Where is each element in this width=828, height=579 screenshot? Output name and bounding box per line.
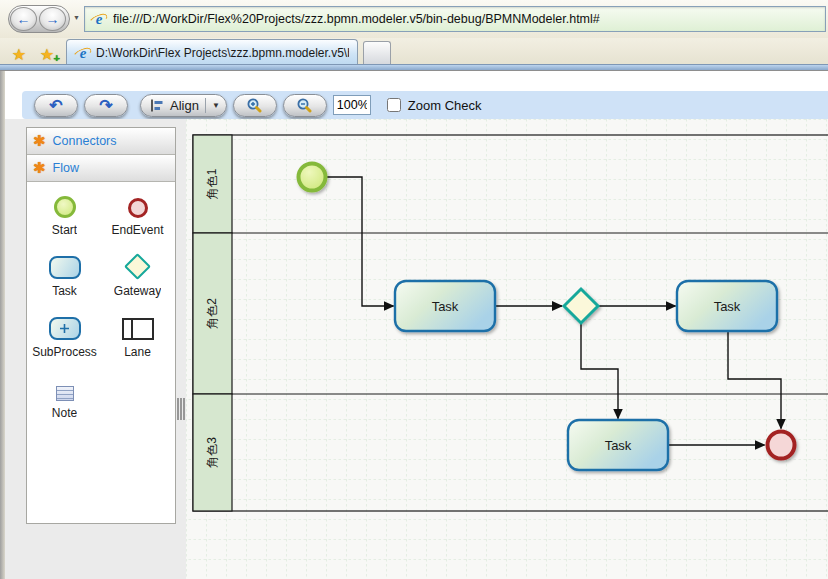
start-event-icon xyxy=(54,196,76,218)
forward-button[interactable]: → xyxy=(39,7,66,31)
app-content: ↶ ↷ Align ▼ xyxy=(0,70,828,579)
zoom-check-label: Zoom Check xyxy=(408,98,482,113)
palette-items: Start EndEvent Task Gateway xyxy=(27,182,175,429)
palette-item-label: Start xyxy=(52,223,77,237)
palette-item-label: EndEvent xyxy=(111,223,163,237)
zoom-out-icon xyxy=(296,97,313,113)
plus-icon: + xyxy=(54,52,60,64)
zoom-out-button[interactable] xyxy=(283,94,327,117)
subprocess-icon xyxy=(49,317,81,340)
redo-button[interactable]: ↷ xyxy=(84,94,128,117)
palette-item-lane[interactable]: Lane xyxy=(101,313,174,359)
app-toolbar: ↶ ↷ Align ▼ xyxy=(22,91,828,119)
accordion-section-connectors[interactable]: ✱ Connectors xyxy=(27,128,175,155)
address-bar[interactable]: e file:///D:/WorkDir/Flex%20Projects/zzz… xyxy=(84,6,826,32)
new-tab-button[interactable] xyxy=(363,41,391,65)
align-label: Align xyxy=(170,98,199,113)
palette-item-label: Gateway xyxy=(114,284,161,298)
align-dropdown-icon[interactable]: ▼ xyxy=(212,101,220,110)
redo-icon: ↷ xyxy=(99,96,112,115)
ie-page-icon: e xyxy=(91,11,107,27)
section-label: Flow xyxy=(53,161,79,175)
browser-navigation-bar: ← → ▼ e file:///D:/WorkDir/Flex%20Projec… xyxy=(0,0,828,38)
gateway-icon xyxy=(124,253,151,280)
end-event-node[interactable] xyxy=(768,432,795,459)
zoom-check-checkbox[interactable] xyxy=(387,98,401,112)
button-divider xyxy=(205,98,206,113)
section-label: Connectors xyxy=(53,134,117,148)
browser-tab[interactable]: e D:\WorkDir\Flex Projects\zzz.bpmn.mode… xyxy=(66,39,358,65)
asterisk-icon: ✱ xyxy=(33,159,46,177)
undo-icon: ↶ xyxy=(49,96,62,115)
star-icon: ★ xyxy=(12,46,26,63)
recent-pages-dropdown-icon[interactable]: ▼ xyxy=(73,14,80,21)
align-icon xyxy=(150,99,164,112)
note-icon xyxy=(56,386,74,401)
diagram-canvas[interactable]: 角色1 角色2 角色3 xyxy=(186,119,828,579)
panel-resize-grip[interactable] xyxy=(177,398,186,420)
palette-item-task[interactable]: Task xyxy=(28,252,101,298)
task2-label: Task xyxy=(714,299,741,314)
star-plus-icon: ★ xyxy=(40,46,54,63)
url-text: file:///D:/WorkDir/Flex%20Projects/zzz.b… xyxy=(113,12,600,26)
workspace: ✱ Connectors ✱ Flow Start EndEvent xyxy=(5,119,828,579)
forward-arrow-icon: → xyxy=(46,11,60,27)
palette-item-gateway[interactable]: Gateway xyxy=(101,252,174,298)
undo-button[interactable]: ↶ xyxy=(34,94,78,117)
zoom-in-button[interactable] xyxy=(233,94,277,117)
palette-item-label: Task xyxy=(52,284,77,298)
task1-label: Task xyxy=(432,299,459,314)
zoom-level-input[interactable] xyxy=(333,95,371,115)
palette-item-endevent[interactable]: EndEvent xyxy=(101,191,174,237)
palette-item-label: Note xyxy=(52,406,77,420)
lane-label-3: 角色3 xyxy=(205,437,219,469)
accordion-section-flow[interactable]: ✱ Flow xyxy=(27,155,175,182)
palette-item-start[interactable]: Start xyxy=(28,191,101,237)
back-arrow-icon: ← xyxy=(17,11,31,27)
align-button[interactable]: Align ▼ xyxy=(140,94,227,117)
back-button[interactable]: ← xyxy=(10,7,37,31)
task3-label: Task xyxy=(605,438,632,453)
browser-window: ← → ▼ e file:///D:/WorkDir/Flex%20Projec… xyxy=(0,0,828,579)
nav-button-group: ← → xyxy=(8,5,70,33)
tab-favicon: e xyxy=(75,45,91,61)
tab-title: D:\WorkDir\Flex Projects\zzz.bpmn.modele… xyxy=(96,46,349,60)
palette-panel: ✱ Connectors ✱ Flow Start EndEvent xyxy=(26,127,176,524)
lane-label-2: 角色2 xyxy=(205,298,219,330)
add-favorite-button[interactable]: ★+ xyxy=(34,42,60,66)
asterisk-icon: ✱ xyxy=(33,132,46,150)
lane-icon xyxy=(122,318,154,340)
start-event-node[interactable] xyxy=(299,164,326,191)
palette-item-note[interactable]: Note xyxy=(28,374,101,420)
palette-item-label: Lane xyxy=(124,345,151,359)
zoom-in-icon xyxy=(246,97,263,113)
palette-item-label: SubProcess xyxy=(32,345,97,359)
task-icon xyxy=(49,256,81,279)
favorites-center-button[interactable]: ★ xyxy=(6,42,32,66)
palette-item-subprocess[interactable]: SubProcess xyxy=(28,313,101,359)
lane-label-1: 角色1 xyxy=(205,168,219,200)
canvas-grid xyxy=(186,119,828,579)
end-event-icon xyxy=(128,198,148,218)
